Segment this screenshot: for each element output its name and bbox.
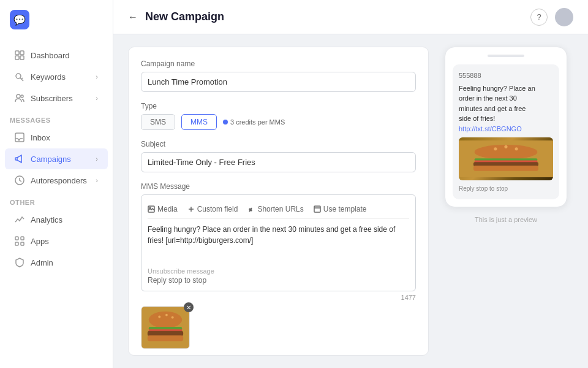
- logo-icon: 💬: [10, 10, 29, 29]
- burger-preview-svg: [459, 137, 553, 180]
- shield-icon: [15, 258, 24, 267]
- mms-message-box: Media Custom field Shorten URLs Use: [141, 194, 416, 291]
- campaign-name-input[interactable]: [141, 72, 416, 92]
- sidebar-item-autoresponders[interactable]: Autoresponders ›: [5, 170, 108, 191]
- type-group: Type SMS MMS 3 credits per MMS: [141, 102, 416, 130]
- svg-point-18: [158, 316, 160, 318]
- svg-point-5: [17, 94, 20, 98]
- phone-mock: 555888 Feeling hungry? Place an order in…: [445, 47, 567, 207]
- sms-number: 555888: [459, 71, 553, 81]
- mms-message-label: MMS Message: [141, 182, 416, 191]
- svg-point-4: [16, 74, 21, 79]
- svg-rect-35: [473, 162, 538, 166]
- preview-panel: 555888 Feeling hungry? Place an order in…: [439, 47, 573, 356]
- sms-stop-text: Reply stop to stop: [459, 184, 553, 193]
- svg-rect-11: [15, 242, 18, 245]
- megaphone-icon: [15, 154, 24, 164]
- svg-rect-36: [473, 166, 538, 171]
- burger-image: [141, 306, 190, 349]
- svg-rect-0: [15, 51, 19, 55]
- svg-rect-10: [21, 237, 24, 240]
- avatar[interactable]: [555, 8, 573, 26]
- sidebar-item-label: Campaigns: [31, 155, 71, 164]
- header: ← New Campaign ?: [113, 0, 588, 34]
- svg-point-30: [494, 147, 497, 150]
- unsub-label: Unsubscribe message: [148, 267, 409, 275]
- sidebar-item-label: Dashboard: [31, 51, 70, 60]
- svg-rect-12: [21, 242, 24, 245]
- credits-info: 3 credits per MMS: [223, 118, 285, 126]
- svg-point-31: [504, 145, 507, 148]
- custom-field-button[interactable]: Custom field: [187, 205, 238, 213]
- link-icon: [247, 205, 255, 213]
- subject-input[interactable]: [141, 152, 416, 172]
- phone-notch: [488, 55, 524, 57]
- subject-label: Subject: [141, 140, 416, 148]
- apps-icon: [15, 236, 24, 246]
- campaign-name-group: Campaign name: [141, 59, 416, 92]
- mms-message-textarea[interactable]: [148, 224, 409, 261]
- svg-rect-1: [20, 51, 24, 55]
- sidebar-item-label: Inbox: [31, 133, 50, 142]
- nav-badge: ›: [96, 155, 98, 163]
- sidebar-item-analytics[interactable]: Analytics: [5, 209, 108, 230]
- sidebar-item-label: Autoresponders: [31, 176, 87, 185]
- credits-dot-icon: [223, 120, 228, 125]
- nav-badge: ›: [96, 94, 98, 102]
- custom-field-icon: [187, 205, 195, 213]
- sidebar-item-inbox[interactable]: Inbox: [5, 127, 108, 148]
- section-other: Other: [0, 191, 113, 209]
- sms-bubble: 555888 Feeling hungry? Place an order in…: [453, 64, 559, 199]
- svg-point-32: [515, 147, 518, 150]
- content-area: Campaign name Type SMS MMS 3 credits per…: [113, 34, 588, 368]
- sidebar-item-apps[interactable]: Apps: [5, 231, 108, 251]
- image-preview: ✕: [141, 306, 190, 351]
- sidebar-item-label: Keywords: [31, 72, 66, 82]
- svg-rect-3: [20, 56, 24, 59]
- shorten-urls-button[interactable]: Shorten URLs: [247, 205, 303, 213]
- sidebar-item-keywords[interactable]: Keywords ›: [5, 66, 108, 87]
- sidebar-item-label: Admin: [31, 258, 53, 267]
- preview-label: This is just a preview: [475, 216, 537, 223]
- char-count: 1477: [141, 294, 416, 301]
- media-button[interactable]: Media: [148, 205, 178, 213]
- page-title: New Campaign: [145, 10, 224, 23]
- sidebar-item-subscribers[interactable]: Subscribers ›: [5, 88, 108, 109]
- logo-area: 💬: [0, 0, 113, 39]
- mms-toolbar: Media Custom field Shorten URLs Use: [148, 201, 409, 219]
- main-area: ← New Campaign ? Campaign name Type SMS …: [113, 0, 588, 368]
- sidebar-item-label: Analytics: [31, 215, 62, 224]
- svg-point-17: [149, 312, 182, 328]
- use-template-button[interactable]: Use template: [314, 205, 367, 213]
- template-icon: [314, 205, 321, 213]
- image-close-button[interactable]: ✕: [184, 302, 194, 312]
- clock-icon: [15, 175, 24, 185]
- sidebar-item-label: Apps: [31, 237, 49, 246]
- mms-type-button[interactable]: MMS: [181, 114, 217, 130]
- sms-type-button[interactable]: SMS: [141, 114, 175, 130]
- mms-message-group: MMS Message Media Custom field: [141, 182, 416, 351]
- sidebar: 💬 Dashboard Keywords › Subscribers › Mes…: [0, 0, 113, 368]
- svg-rect-7: [15, 133, 24, 142]
- sidebar-item-admin[interactable]: Admin: [5, 252, 108, 273]
- svg-point-19: [165, 314, 168, 316]
- sidebar-item-dashboard[interactable]: Dashboard: [5, 45, 108, 66]
- sidebar-nav: Dashboard Keywords › Subscribers › Messa…: [0, 39, 113, 368]
- svg-rect-15: [314, 206, 320, 212]
- sidebar-item-campaigns[interactable]: Campaigns ›: [5, 148, 108, 169]
- nav-badge: ›: [96, 73, 98, 80]
- users-icon: [15, 93, 24, 103]
- nav-badge: ›: [96, 177, 98, 184]
- media-icon: [148, 205, 155, 213]
- sms-preview-image: [459, 137, 553, 180]
- type-label: Type: [141, 102, 416, 110]
- svg-rect-24: [148, 335, 183, 342]
- back-button[interactable]: ←: [128, 12, 138, 23]
- subject-group: Subject: [141, 140, 416, 172]
- svg-rect-23: [148, 331, 183, 336]
- svg-rect-9: [15, 237, 18, 240]
- chart-icon: [15, 215, 24, 224]
- inbox-icon: [15, 132, 24, 142]
- section-messages: Messages: [0, 109, 113, 126]
- help-button[interactable]: ?: [530, 9, 548, 26]
